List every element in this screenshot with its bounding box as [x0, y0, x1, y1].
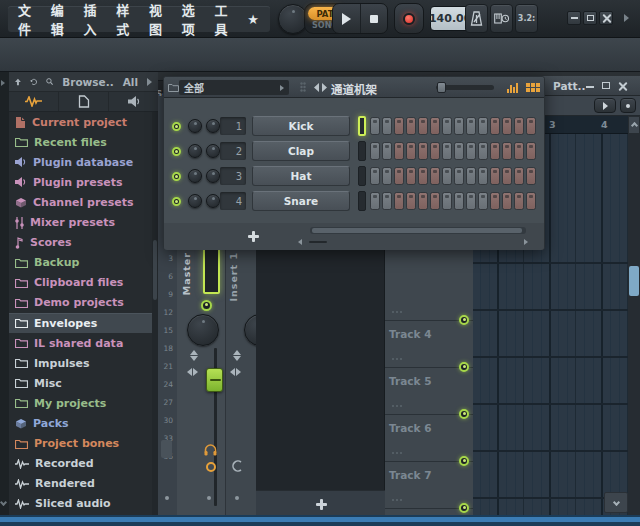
- step-cell[interactable]: [430, 167, 440, 185]
- add-icon[interactable]: [316, 499, 325, 508]
- step-cell[interactable]: [442, 142, 452, 160]
- sidebar-item-my-projects[interactable]: My projects: [9, 393, 152, 413]
- step-cell[interactable]: [382, 192, 392, 210]
- sidebar-item-project-bones[interactable]: Project bones: [9, 434, 152, 454]
- insert-pan-knob[interactable]: [244, 314, 256, 346]
- channel-volume-knob[interactable]: [206, 119, 220, 133]
- sidebar-item-mixer-presets[interactable]: Mixer presets: [9, 213, 152, 233]
- step-cell[interactable]: [454, 117, 464, 135]
- step-cell[interactable]: [490, 117, 500, 135]
- maximize-button[interactable]: [583, 11, 597, 25]
- graph-editor-icon[interactable]: [507, 83, 518, 93]
- step-cell[interactable]: [502, 167, 512, 185]
- sidebar-item-rendered[interactable]: Rendered: [9, 474, 152, 494]
- step-cell[interactable]: [526, 192, 536, 210]
- minimize-icon[interactable]: [586, 86, 594, 88]
- record-arm-icon[interactable]: [206, 462, 216, 472]
- menu-item-工具[interactable]: 工具: [215, 0, 241, 38]
- sidebar-item-demo-projects[interactable]: Demo projects: [9, 293, 152, 313]
- step-cell[interactable]: [430, 117, 440, 135]
- channel-pan-knob[interactable]: [188, 119, 202, 133]
- menu-item-视图[interactable]: 视图: [149, 0, 175, 38]
- step-cell[interactable]: [466, 167, 476, 185]
- track-enable-led[interactable]: [459, 503, 469, 513]
- step-cell[interactable]: [370, 117, 380, 135]
- sidebar-item-plugin-database[interactable]: Plugin database: [9, 152, 152, 172]
- tab-audio[interactable]: [9, 92, 58, 111]
- channel-volume-knob[interactable]: [206, 169, 220, 183]
- track-drag-dots[interactable]: [392, 499, 402, 501]
- sidebar-item-envelopes[interactable]: Envelopes: [9, 313, 152, 333]
- track-name-label[interactable]: Track 6: [389, 422, 431, 434]
- step-cell[interactable]: [394, 117, 404, 135]
- close-button[interactable]: [599, 11, 613, 25]
- channel-enable-led[interactable]: [172, 197, 181, 206]
- step-cell[interactable]: [370, 142, 380, 160]
- scroll-up-button[interactable]: [628, 116, 640, 134]
- menu-item-编辑[interactable]: 编辑: [51, 0, 77, 38]
- step-cell[interactable]: [382, 142, 392, 160]
- step-cell[interactable]: [514, 142, 524, 160]
- routing-dot[interactable]: [207, 496, 211, 500]
- channel-name-button[interactable]: Hat: [252, 166, 350, 186]
- track-enable-led[interactable]: [459, 456, 469, 466]
- step-cell[interactable]: [502, 117, 512, 135]
- master-mute-led[interactable]: [201, 300, 212, 311]
- menu-item-选项[interactable]: 选项: [182, 0, 208, 38]
- step-cell[interactable]: [490, 167, 500, 185]
- search-icon[interactable]: [46, 76, 53, 87]
- steps-hscrollbar-thumb[interactable]: [312, 228, 522, 233]
- step-cell[interactable]: [418, 192, 428, 210]
- step-cell[interactable]: [442, 117, 452, 135]
- track-updown-arrows[interactable]: [190, 350, 198, 361]
- metronome-button[interactable]: [465, 4, 488, 33]
- steps-hscrollbar[interactable]: [310, 227, 526, 234]
- step-cell[interactable]: [442, 192, 452, 210]
- master-pan-knob[interactable]: [187, 314, 219, 346]
- tab-files[interactable]: [58, 92, 108, 111]
- mixer-scrollbar-thumb[interactable]: [161, 440, 172, 458]
- step-cell[interactable]: [526, 167, 536, 185]
- maximize-icon[interactable]: [602, 82, 610, 89]
- channel-name-button[interactable]: Clap: [252, 141, 350, 161]
- step-cell[interactable]: [514, 192, 524, 210]
- sidebar-item-packs[interactable]: Packs: [9, 414, 152, 434]
- step-cell[interactable]: [418, 117, 428, 135]
- routing-dot[interactable]: [165, 496, 169, 500]
- chevron-right-icon[interactable]: [147, 78, 152, 86]
- scroll-down-icon[interactable]: [0, 499, 7, 506]
- keyboard-editor-icon[interactable]: [526, 83, 540, 92]
- channel-name-button[interactable]: Kick: [252, 116, 350, 136]
- sidebar-item-scores[interactable]: Scores: [9, 233, 152, 253]
- tab-plugins[interactable]: [108, 92, 158, 111]
- sidebar-item-channel-presets[interactable]: Channel presets: [9, 192, 152, 212]
- playlist-vscrollbar[interactable]: [628, 134, 640, 515]
- channel-name-button[interactable]: Snare: [252, 191, 350, 211]
- playlist-marker-button[interactable]: [620, 98, 636, 113]
- step-cell[interactable]: [454, 167, 464, 185]
- sidebar-item-misc[interactable]: Misc: [9, 373, 152, 393]
- sidebar-item-current-project[interactable]: Current project: [9, 112, 152, 132]
- track-enable-led[interactable]: [459, 315, 469, 325]
- filter-all-label[interactable]: All: [123, 76, 138, 88]
- step-cell[interactable]: [478, 192, 488, 210]
- menu-item-文件[interactable]: 文件: [18, 0, 44, 38]
- track-leftright-arrows[interactable]: [187, 368, 198, 376]
- step-cell[interactable]: [454, 192, 464, 210]
- step-cell[interactable]: [514, 167, 524, 185]
- step-cell[interactable]: [490, 142, 500, 160]
- step-cell[interactable]: [466, 192, 476, 210]
- step-cell[interactable]: [430, 142, 440, 160]
- step-cell[interactable]: [406, 167, 416, 185]
- sidebar-item-clipboard-files[interactable]: Clipboard files: [9, 273, 152, 293]
- step-cell[interactable]: [406, 117, 416, 135]
- step-cell[interactable]: [466, 117, 476, 135]
- step-cell[interactable]: [394, 167, 404, 185]
- track-drag-dots[interactable]: [392, 358, 402, 360]
- step-cell[interactable]: [514, 117, 524, 135]
- step-cell[interactable]: [478, 167, 488, 185]
- track-name-label[interactable]: Track 4: [389, 328, 431, 340]
- playlist-next-button[interactable]: [594, 98, 616, 113]
- wait-for-input-button[interactable]: [490, 4, 513, 33]
- master-fader[interactable]: [206, 368, 223, 392]
